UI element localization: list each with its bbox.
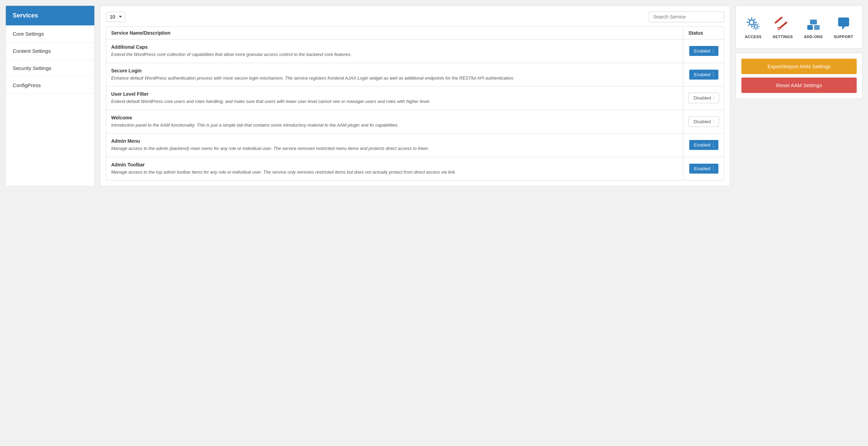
per-page-dropdown[interactable]: 10 25 50 [106,12,125,22]
nav-support-label: SUPPORT [834,35,853,39]
service-name: Admin Menu [111,138,678,144]
service-name: Welcome [111,115,678,120]
status-cell: Disabled [683,110,724,133]
status-cell: Enabled [683,133,724,157]
table-row: Admin MenuManage access to the admin (ba… [106,133,724,157]
service-description: Manage access to the top admin toolbar i… [111,169,678,176]
status-toggle-button[interactable]: Enabled [689,70,718,80]
support-icon [835,15,852,32]
access-icon [745,15,761,32]
sidebar-item-core-settings[interactable]: Core Settings [6,25,94,43]
service-cell: WelcomeIntroduction panel to the AAM fun… [106,110,683,133]
service-cell: Secure LoginEnhance default WordPress au… [106,63,683,86]
service-description: Extend the WordPress core collection of … [111,51,678,58]
service-description: Introduction panel to the AAM functional… [111,122,678,129]
status-cell: Enabled [683,63,724,86]
nav-item-settings[interactable]: SETTINGS [767,13,798,42]
sidebar: Services Core Settings Content Settings … [5,5,95,186]
toolbar: 10 25 50 [106,11,724,22]
table-row: Secure LoginEnhance default WordPress au… [106,63,724,86]
status-toggle-button[interactable]: Enabled [689,140,718,150]
svg-point-1 [754,25,758,28]
service-cell: Additional CapsExtend the WordPress core… [106,39,683,63]
sidebar-item-configpress[interactable]: ConfigPress [6,77,94,94]
status-toggle-button[interactable]: Enabled [689,164,718,174]
status-toggle-button[interactable]: Disabled [688,116,719,127]
status-toggle-button[interactable]: Enabled [689,46,718,56]
col-status: Status [683,27,724,39]
search-input[interactable] [649,11,724,22]
svg-rect-7 [814,25,820,30]
table-row: Additional CapsExtend the WordPress core… [106,39,724,63]
export-import-button[interactable]: Export/Import AAM Settings [741,59,857,74]
service-description: Extend default WordPress core users and … [111,98,678,105]
reset-settings-button[interactable]: Reset AAM Settings [741,78,857,93]
right-panel: ACCESS SETTINGS [736,5,863,186]
nav-item-support[interactable]: SUPPORT [828,13,859,42]
services-table: Service Name/Description Status Addition… [106,26,724,180]
service-cell: Admin MenuManage access to the admin (ba… [106,133,683,157]
service-description: Manage access to the admin (backend) mai… [111,145,678,152]
table-row: WelcomeIntroduction panel to the AAM fun… [106,110,724,133]
nav-addons-label: ADD-ONS [804,35,823,39]
actions-panel: Export/Import AAM Settings Reset AAM Set… [736,53,863,99]
svg-point-5 [778,28,779,29]
service-name: Admin Toolbar [111,162,678,167]
svg-rect-6 [807,25,813,30]
status-cell: Disabled [683,86,724,110]
service-description: Enhance default WordPress authentication… [111,75,678,82]
nav-item-addons[interactable]: ADD-ONS [798,13,828,42]
sidebar-item-content-settings[interactable]: Content Settings [6,43,94,60]
nav-settings-label: SETTINGS [773,35,793,39]
service-name: User Level Filter [111,91,678,97]
addons-icon [805,15,822,32]
main-content: 10 25 50 Service Name/Description Status… [100,5,730,186]
status-cell: Enabled [683,39,724,63]
status-cell: Enabled [683,157,724,180]
icon-nav: ACCESS SETTINGS [736,5,863,49]
per-page-select: 10 25 50 [106,12,125,22]
sidebar-header: Services [6,6,94,25]
svg-rect-2 [775,16,783,24]
table-row: User Level FilterExtend default WordPres… [106,86,724,110]
service-cell: Admin ToolbarManage access to the top ad… [106,157,683,180]
sidebar-item-security-settings[interactable]: Security Settings [6,60,94,77]
service-cell: User Level FilterExtend default WordPres… [106,86,683,110]
settings-icon [775,15,791,32]
service-name: Additional Caps [111,44,678,50]
table-row: Admin ToolbarManage access to the top ad… [106,157,724,180]
service-name: Secure Login [111,68,678,73]
nav-item-access[interactable]: ACCESS [739,13,767,42]
col-service: Service Name/Description [106,27,683,39]
svg-rect-8 [810,20,817,24]
nav-access-label: ACCESS [745,35,762,39]
status-toggle-button[interactable]: Disabled [688,93,719,103]
